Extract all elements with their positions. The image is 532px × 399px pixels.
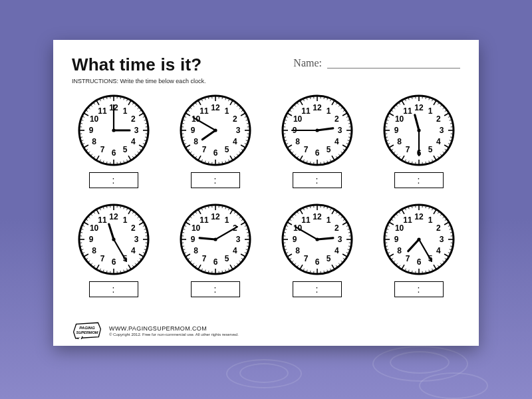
svg-text:4: 4 (334, 246, 339, 255)
svg-text:12: 12 (211, 212, 220, 221)
svg-point-75 (112, 128, 115, 132)
svg-text:12: 12 (414, 103, 424, 112)
svg-text:6: 6 (315, 257, 319, 267)
svg-text:10: 10 (394, 114, 404, 124)
svg-text:8: 8 (397, 246, 402, 255)
svg-text:1: 1 (224, 106, 229, 116)
svg-text:12: 12 (109, 212, 118, 221)
title-block: What time is it? INSTRUCTIONS: Write the… (72, 55, 205, 84)
svg-text:10: 10 (293, 114, 302, 124)
logo-badge: PAGING SUPERMOM (72, 322, 102, 339)
svg-text:8: 8 (397, 137, 402, 146)
svg-text:12: 12 (313, 212, 322, 221)
clock-face-icon: 123456789101112 (382, 203, 456, 276)
svg-text:12: 12 (211, 103, 220, 112)
clock-face-icon: 123456789101112 (382, 94, 456, 167)
clock-grid: 123456789101112:123456789101112:12345678… (72, 94, 460, 297)
svg-text:6: 6 (111, 148, 116, 158)
time-answer-box[interactable]: : (394, 281, 444, 297)
svg-text:3: 3 (439, 235, 444, 244)
svg-text:1: 1 (428, 215, 432, 225)
time-answer-box[interactable]: : (89, 281, 138, 297)
badge-text-2: SUPERMOM (76, 331, 98, 334)
svg-text:11: 11 (98, 106, 107, 116)
svg-text:8: 8 (295, 246, 300, 255)
svg-text:9: 9 (394, 235, 398, 244)
svg-text:6: 6 (315, 148, 319, 158)
svg-text:11: 11 (200, 106, 209, 116)
svg-point-303 (417, 128, 420, 132)
svg-text:9: 9 (190, 126, 195, 135)
footer-text-block: WWW.PAGINGSUPERMOM.COM © Copyright 2012.… (109, 325, 239, 336)
svg-text:3: 3 (337, 126, 342, 135)
svg-text:10: 10 (191, 223, 200, 233)
footer-copyright: © Copyright 2012. Free for non-commercia… (109, 332, 239, 336)
svg-text:6: 6 (213, 148, 217, 158)
svg-point-227 (315, 128, 319, 132)
svg-text:3: 3 (439, 126, 444, 135)
svg-text:3: 3 (235, 235, 240, 244)
clock-cell: 123456789101112: (377, 94, 460, 188)
footer-url: WWW.PAGINGSUPERMOM.COM (109, 325, 239, 332)
svg-text:11: 11 (301, 215, 311, 225)
ripple-decoration (239, 363, 289, 383)
svg-text:3: 3 (337, 235, 342, 244)
clock-cell: 123456789101112: (72, 94, 155, 188)
svg-text:7: 7 (405, 145, 410, 154)
svg-text:7: 7 (100, 145, 104, 154)
clock-cell: 123456789101112: (275, 203, 358, 297)
svg-text:11: 11 (301, 106, 311, 116)
svg-text:9: 9 (88, 235, 93, 244)
svg-text:6: 6 (111, 257, 116, 267)
time-answer-box[interactable]: : (394, 172, 444, 188)
svg-text:4: 4 (436, 246, 441, 255)
svg-text:11: 11 (200, 215, 209, 225)
time-answer-box[interactable]: : (191, 281, 240, 297)
svg-text:4: 4 (334, 137, 339, 146)
svg-text:10: 10 (89, 114, 98, 124)
svg-text:4: 4 (436, 137, 441, 146)
svg-text:2: 2 (233, 114, 237, 124)
svg-text:1: 1 (122, 106, 127, 116)
page-title: What time is it? (72, 55, 205, 75)
svg-text:12: 12 (414, 212, 424, 221)
svg-text:7: 7 (303, 254, 308, 263)
svg-text:8: 8 (92, 246, 96, 255)
svg-line-529 (317, 238, 333, 239)
svg-text:5: 5 (326, 145, 331, 154)
svg-text:6: 6 (416, 257, 421, 267)
worksheet-page: What time is it? INSTRUCTIONS: Write the… (53, 40, 479, 346)
time-answer-box[interactable]: : (293, 281, 342, 297)
clock-cell: 123456789101112: (72, 203, 155, 297)
svg-text:1: 1 (224, 215, 229, 225)
badge-text-1: PAGING (79, 326, 95, 330)
time-answer-box[interactable]: : (191, 172, 240, 188)
svg-text:5: 5 (122, 145, 127, 154)
clock-face-icon: 123456789101112 (281, 94, 354, 167)
svg-text:8: 8 (92, 137, 96, 146)
svg-text:5: 5 (224, 254, 229, 263)
svg-text:5: 5 (224, 145, 229, 154)
svg-text:1: 1 (122, 215, 127, 225)
name-field: Name: (293, 57, 460, 69)
svg-text:1: 1 (326, 215, 331, 225)
svg-text:1: 1 (326, 106, 331, 116)
svg-text:7: 7 (201, 254, 206, 263)
svg-text:7: 7 (303, 145, 308, 154)
svg-text:11: 11 (403, 106, 412, 116)
svg-text:4: 4 (131, 137, 136, 146)
name-blank-line[interactable] (327, 59, 460, 68)
svg-text:10: 10 (394, 223, 404, 233)
svg-text:2: 2 (131, 114, 136, 124)
clock-face-icon: 123456789101112 (281, 203, 354, 276)
svg-point-379 (112, 237, 115, 241)
svg-text:9: 9 (190, 235, 195, 244)
svg-text:3: 3 (134, 235, 138, 244)
clock-cell: 123456789101112: (174, 94, 257, 188)
svg-line-453 (200, 238, 215, 239)
time-answer-box[interactable]: : (293, 172, 342, 188)
svg-text:1: 1 (428, 106, 432, 116)
svg-text:2: 2 (436, 114, 441, 124)
svg-text:10: 10 (89, 223, 98, 233)
time-answer-box[interactable]: : (89, 172, 138, 188)
